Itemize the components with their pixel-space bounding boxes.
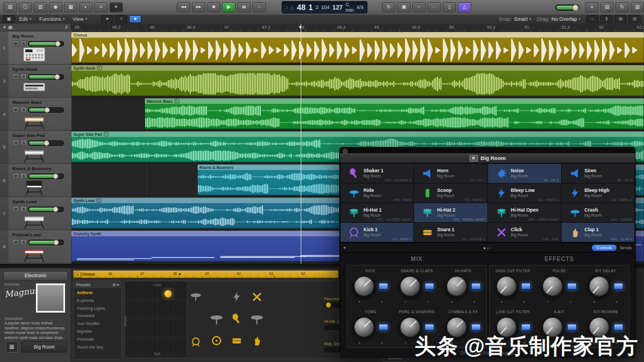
- menu-functions[interactable]: Functions▾: [35, 16, 69, 22]
- snap-value[interactable]: Smart: [514, 16, 527, 22]
- playhead[interactable]: [301, 24, 301, 264]
- mixer-icon[interactable]: ▦: [64, 2, 77, 12]
- region-chorus[interactable]: Chorus: [71, 32, 644, 63]
- mute-button[interactable]: M: [12, 206, 19, 212]
- kick-icon[interactable]: [191, 337, 201, 349]
- pad-click[interactable]: ClickBig RoomC#1 - RIM: [488, 223, 561, 242]
- toms-knob[interactable]: [353, 316, 375, 338]
- pad-kick-1[interactable]: Kick 1Big RoomC1 - KICK 1: [341, 223, 413, 242]
- solo-button[interactable]: S: [20, 74, 27, 80]
- slider-knob[interactable]: [326, 303, 331, 308]
- preset-item[interactable]: Anthem: [74, 289, 121, 297]
- apple-loops-icon[interactable]: ↻: [615, 2, 629, 12]
- solo-button[interactable]: S: [20, 140, 27, 146]
- play-button[interactable]: ▶: [222, 2, 236, 12]
- track-stack-icon[interactable]: ▦: [8, 25, 13, 30]
- mute-button[interactable]: M: [12, 40, 19, 47]
- solo-button[interactable]: S: [20, 173, 27, 179]
- pulse-knob[interactable]: [541, 275, 564, 297]
- pad-siren[interactable]: SirenBig RoomB2 - FX 5: [562, 164, 634, 183]
- sticks-icon[interactable]: [247, 286, 267, 308]
- record-button[interactable]: ●: [252, 2, 266, 12]
- drum-kit-button[interactable]: Big Room: [21, 341, 67, 352]
- preset-item[interactable]: Nightlife: [74, 328, 121, 336]
- pad-noise[interactable]: NoiseBig RoomA2 - FX 3: [488, 164, 561, 183]
- bar-ruler[interactable]: 45 45.3 46 46.3 47 47.3 48 48.3 49 49.3 …: [71, 24, 644, 32]
- pad-crash[interactable]: CrashBig RoomC#2 - CRASH: [562, 203, 634, 222]
- zoom-in-icon[interactable]: ⊞: [614, 15, 627, 23]
- solo-button[interactable]: S: [20, 239, 27, 245]
- header-options-icon[interactable]: ≡: [65, 25, 68, 30]
- kit-reverb-led[interactable]: [614, 324, 623, 331]
- menu-edit[interactable]: Edit▾: [15, 16, 35, 22]
- track-volume-slider[interactable]: [28, 107, 64, 113]
- low-latency-icon[interactable]: ◌: [427, 2, 441, 12]
- kick-knob[interactable]: [353, 275, 375, 297]
- cymbal-icon[interactable]: [247, 308, 267, 329]
- master-volume-thumb[interactable]: [572, 4, 579, 11]
- track-volume-slider[interactable]: [28, 240, 64, 245]
- mute-button[interactable]: M: [12, 239, 19, 245]
- solo-button[interactable]: S: [20, 206, 27, 212]
- kick-led[interactable]: [379, 283, 388, 290]
- note-pads-icon[interactable]: ▤: [600, 2, 614, 12]
- track-volume-slider[interactable]: [28, 140, 64, 146]
- drummer-genre-button[interactable]: Electronic: [3, 271, 68, 281]
- drag-value[interactable]: No Overlap: [551, 16, 577, 22]
- editors-icon[interactable]: ◐: [79, 2, 93, 12]
- shaker-icon[interactable]: [227, 308, 247, 329]
- snare-claps-knob[interactable]: [399, 275, 421, 297]
- track-volume-slider[interactable]: [28, 207, 64, 212]
- zoom-out-icon[interactable]: ⊟: [628, 15, 641, 23]
- track-header-risers-boomers[interactable]: 6Risers & BoomersMS: [0, 164, 71, 197]
- master-volume-slider[interactable]: [555, 4, 579, 11]
- mute-button[interactable]: M: [12, 74, 19, 80]
- solo-button[interactable]: S: [20, 107, 27, 113]
- forward-button[interactable]: ▶▶: [192, 2, 205, 12]
- low-cut-led[interactable]: [521, 324, 531, 331]
- pad-horn[interactable]: HornBig RoomG2 - FX 1: [414, 164, 487, 183]
- snare-claps-led[interactable]: [425, 283, 434, 290]
- preset-item[interactable]: Euphoria: [74, 297, 121, 305]
- high-cut-knob[interactable]: [495, 275, 518, 297]
- bolt-icon[interactable]: [227, 286, 247, 308]
- track-header-big-room[interactable]: 1Big RoomMS: [0, 31, 71, 65]
- mute-button[interactable]: M: [12, 107, 19, 113]
- clap-icon[interactable]: [247, 330, 267, 352]
- tab-controls[interactable]: Controls: [592, 245, 617, 251]
- toms-led[interactable]: [379, 324, 388, 331]
- active-tool-button[interactable]: ➤: [129, 15, 141, 23]
- pad-hihat-1[interactable]: Hi-Hat 1Big RoomF#1 - CLOSED HIHAT: [341, 203, 413, 222]
- stop-button[interactable]: ■: [207, 2, 220, 12]
- track-volume-slider[interactable]: [28, 74, 64, 80]
- drummer-avatar[interactable]: [36, 283, 65, 313]
- cymbals-fx-led[interactable]: [471, 324, 481, 331]
- track-header-synth-lead[interactable]: 7Synth LeadMS: [0, 197, 71, 230]
- mute-button[interactable]: M: [12, 173, 19, 179]
- drummer-region-bar[interactable]: E Chorus 46 47 48 49 50 51 52 ▼: [73, 271, 338, 278]
- preset-item[interactable]: Glowstick: [74, 312, 121, 320]
- pad-clap-1[interactable]: Clap 1Big RoomD#1 - CLAP 1: [562, 223, 634, 242]
- playhead-marker-icon[interactable]: ▼: [298, 25, 302, 30]
- track-header-super-saw-pad[interactable]: 5Super Saw PadMS: [0, 131, 71, 164]
- preset-item[interactable]: Just Shufflin: [74, 320, 121, 328]
- autopunch-icon[interactable]: ▣: [397, 2, 411, 12]
- pad-scoop[interactable]: ScoopBig RoomF1 - PERC 1: [414, 184, 487, 203]
- preset-item[interactable]: Touch the Sky: [74, 343, 121, 351]
- lcd-display[interactable]: ♪ △ 48 1 3 104 127 C min 4/4: [282, 1, 367, 13]
- plugin-header[interactable]: ▦ Big Room: [340, 153, 635, 163]
- quick-help-icon[interactable]: ▤: [3, 2, 17, 12]
- pause-button[interactable]: ▮▮: [237, 2, 251, 12]
- solo-button[interactable]: S: [20, 40, 27, 47]
- track-volume-slider[interactable]: [28, 173, 64, 179]
- count-in-icon[interactable]: ▯: [443, 2, 456, 12]
- pad-bleep-low[interactable]: Bleep LowBig RoomG1 - PERC 2: [488, 184, 561, 203]
- 8bit-led[interactable]: [567, 324, 577, 331]
- media-browser-icon[interactable]: ▨: [631, 2, 644, 12]
- region-synth-hook[interactable]: Synth Hook↻: [71, 65, 644, 96]
- tab-sends[interactable]: Sends: [620, 245, 632, 250]
- menu-view[interactable]: View▾: [69, 16, 91, 22]
- region-massive-bass[interactable]: Massive Bass↻: [145, 98, 644, 129]
- pad-bleep-high[interactable]: Bleep HighBig RoomA1 - PERC 3: [562, 184, 634, 203]
- preset-item[interactable]: Prismatic: [74, 336, 121, 343]
